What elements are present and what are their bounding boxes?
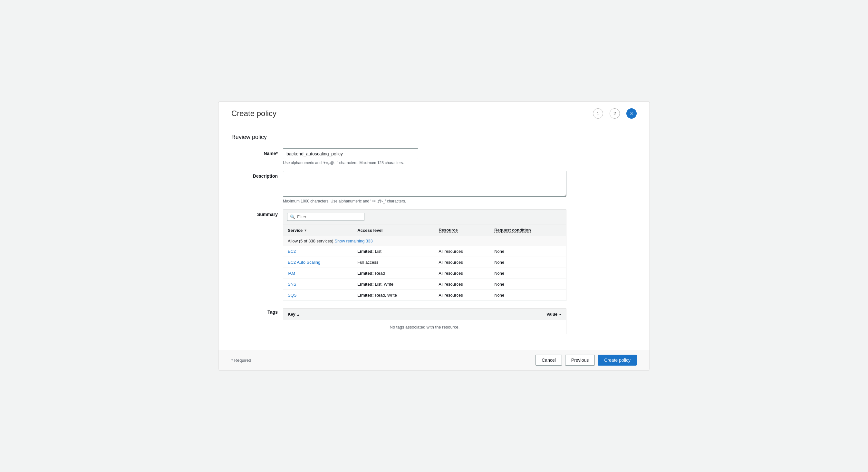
value-sort-icon [559,312,562,317]
table-header-row: Service ▼ Access level [283,225,566,236]
name-label: Name* [231,148,283,165]
steps-indicator: 1 2 3 [593,108,637,119]
content: Review policy Name* Use alphanumeric and… [218,124,650,350]
tags-header: Key Value [283,308,566,320]
step-1: 1 [593,108,603,119]
col-resource: Resource [434,225,490,236]
resource-iam: All resources [434,268,490,279]
tags-key-col[interactable]: Key [283,308,425,320]
access-ec2: Limited: List [353,246,434,257]
previous-button[interactable]: Previous [565,355,595,365]
resource-ec2: All resources [434,246,490,257]
footer: * Required Cancel Previous Create policy [218,350,650,370]
table-row: SQS Limited: Read, Write All resources N… [283,290,566,301]
service-sort-icon: ▼ [304,229,307,232]
description-textarea[interactable] [283,171,566,197]
key-sort-icon [297,312,300,317]
access-sns: Limited: List, Write [353,279,434,290]
summary-field: 🔍 Service ▼ [283,209,637,301]
show-remaining-link[interactable]: Show remaining 333 [335,239,373,243]
description-row: Description Maximum 1000 characters. Use… [231,171,637,203]
condition-sns: None [490,279,566,290]
cancel-button[interactable]: Cancel [535,355,562,365]
col-service[interactable]: Service ▼ [283,225,353,236]
summary-container: 🔍 Service ▼ [283,209,566,301]
create-policy-window: Create policy 1 2 3 Review policy Name* … [218,101,650,371]
search-icon: 🔍 [290,214,295,219]
service-sqs: SQS [283,290,353,301]
condition-iam: None [490,268,566,279]
condition-ec2: None [490,246,566,257]
summary-label: Summary [231,209,283,301]
service-ec2: EC2 [283,246,353,257]
description-label: Description [231,171,283,203]
table-row: IAM Limited: Read All resources None [283,268,566,279]
tags-container: Key Value No tags associated with the re… [283,308,566,334]
create-policy-button[interactable]: Create policy [598,355,637,365]
description-field: Maximum 1000 characters. Use alphanumeri… [283,171,637,203]
allow-cell: Allow (5 of 338 services) Show remaining… [283,236,566,246]
service-iam: IAM [283,268,353,279]
tags-label: Tags [231,307,283,334]
required-note: * Required [231,358,251,363]
service-ec2-as: EC2 Auto Scaling [283,257,353,268]
col-request-condition: Request condition [490,225,566,236]
page-title: Create policy [231,109,276,118]
summary-table: Service ▼ Access level [283,225,566,301]
resource-ec2-as: All resources [434,257,490,268]
allow-row: Allow (5 of 338 services) Show remaining… [283,236,566,246]
step-3: 3 [626,108,637,119]
access-ec2-as: Full access [353,257,434,268]
name-field: Use alphanumeric and '+=,.@-_' character… [283,148,637,165]
name-row: Name* Use alphanumeric and '+=,.@-_' cha… [231,148,637,165]
step-2: 2 [610,108,620,119]
summary-row: Summary 🔍 [231,209,637,301]
resource-sqs: All resources [434,290,490,301]
col-access-level: Access level [353,225,434,236]
footer-buttons: Cancel Previous Create policy [535,355,637,365]
access-sqs: Limited: Read, Write [353,290,434,301]
condition-ec2-as: None [490,257,566,268]
tags-row: Tags Key Value No tags associated with t… [231,307,637,334]
table-row: SNS Limited: List, Write All resources N… [283,279,566,290]
filter-bar: 🔍 [283,210,566,225]
section-title: Review policy [231,134,637,141]
tags-field: Key Value No tags associated with the re… [283,307,637,334]
header: Create policy 1 2 3 [218,102,650,124]
table-row: EC2 Auto Scaling Full access All resourc… [283,257,566,268]
access-iam: Limited: Read [353,268,434,279]
name-hint: Use alphanumeric and '+=,.@-_' character… [283,160,637,165]
resource-sns: All resources [434,279,490,290]
filter-input-wrap: 🔍 [287,213,364,221]
condition-sqs: None [490,290,566,301]
table-row: EC2 Limited: List All resources None [283,246,566,257]
filter-input[interactable] [297,214,362,219]
tags-value-col[interactable]: Value [425,308,566,320]
name-input[interactable] [283,148,418,159]
service-sns: SNS [283,279,353,290]
tags-empty-message: No tags associated with the resource. [283,320,566,334]
description-hint: Maximum 1000 characters. Use alphanumeri… [283,199,637,203]
